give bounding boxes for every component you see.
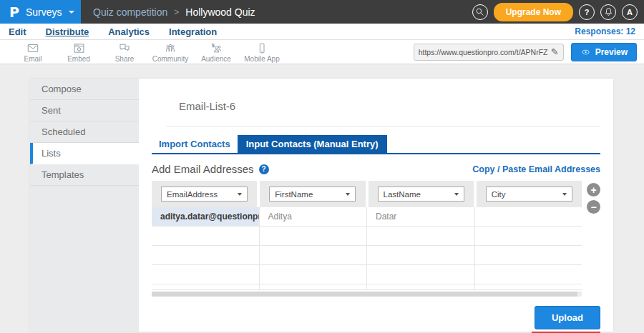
breadcrumb: Quiz competition > Hollywood Quiz	[93, 6, 255, 18]
upgrade-now-button[interactable]: Upgrade Now	[494, 3, 573, 21]
table-row	[152, 246, 582, 265]
cell-email[interactable]	[152, 246, 260, 264]
toolbar-item-audience[interactable]: $ Audience	[193, 41, 239, 63]
chevron-down-icon	[69, 11, 74, 14]
cell-lastname[interactable]: Datar	[367, 207, 475, 226]
table-row: aditya.datar@questionpro.com Aditya Data…	[152, 207, 582, 227]
edit-pencil-icon[interactable]: ✎	[551, 46, 559, 57]
surveys-menu[interactable]: P Surveys	[0, 0, 81, 24]
questionpro-logo: P	[9, 4, 19, 20]
cell-email[interactable]	[152, 265, 260, 284]
cell-city[interactable]	[475, 284, 582, 290]
cell-city[interactable]	[475, 207, 582, 226]
table-row	[152, 227, 582, 246]
cell-firstname[interactable]	[260, 227, 368, 245]
notifications-button[interactable]	[600, 4, 616, 20]
upload-row: Upload	[152, 306, 600, 333]
select-caret-icon	[238, 193, 242, 196]
cell-lastname[interactable]	[367, 227, 475, 245]
sidebar-item-scheduled[interactable]: Scheduled	[30, 121, 139, 143]
community-icon	[163, 41, 177, 55]
breadcrumb-current: Hollywood Quiz	[185, 6, 255, 18]
svg-text:$: $	[212, 42, 215, 49]
survey-url-value[interactable]: https://www.questionpro.com/t/APNrFZ	[419, 48, 548, 56]
sidebar-item-compose[interactable]: Compose	[30, 79, 139, 100]
toolbar-label: Mobile App	[244, 55, 279, 63]
cell-lastname[interactable]	[367, 284, 475, 290]
toolbar-label: Email	[24, 55, 42, 63]
sidebar-item-sent[interactable]: Sent	[30, 100, 139, 121]
column-select-value: EmailAddress	[167, 190, 218, 199]
embed-icon	[72, 41, 86, 55]
eye-icon	[580, 48, 591, 56]
select-caret-icon	[346, 193, 350, 196]
toolbar-item-email[interactable]: Email	[10, 41, 56, 63]
column-select-firstname[interactable]: FirstName	[269, 187, 356, 202]
add-email-header-row: Add Email Addresses ? Copy / Paste Email…	[152, 163, 600, 175]
surveys-menu-label: Surveys	[26, 6, 62, 18]
table-row	[152, 265, 582, 284]
column-select-value: FirstName	[275, 190, 313, 199]
nav-integration[interactable]: Integration	[169, 26, 217, 37]
bell-icon	[604, 7, 613, 16]
toolbar-right: https://www.questionpro.com/t/APNrFZ ✎ P…	[414, 43, 637, 61]
preview-label: Preview	[595, 47, 628, 57]
search-button[interactable]	[472, 4, 488, 20]
cell-firstname[interactable]	[260, 265, 368, 284]
scrollbar-thumb[interactable]	[152, 292, 577, 297]
header-cell: City	[477, 181, 582, 207]
help-circle-icon[interactable]: ?	[259, 164, 269, 174]
sidebar-item-label: Templates	[42, 169, 84, 180]
add-row-button[interactable]: +	[587, 183, 600, 197]
cell-city[interactable]	[475, 246, 582, 264]
cell-firstname[interactable]: Aditya	[260, 207, 368, 226]
distribute-toolbar: Email Embed Share Community $ Audience M…	[0, 40, 644, 64]
help-button[interactable]: ?	[579, 4, 595, 20]
survey-nav: Edit Distribute Analytics Integration Re…	[0, 24, 644, 40]
tab-import-contacts[interactable]: Import Contacts	[152, 135, 238, 153]
breadcrumb-separator: >	[174, 7, 179, 17]
copy-paste-email-link[interactable]: Copy / Paste Email Addresses	[472, 164, 600, 174]
select-caret-icon	[454, 193, 459, 196]
cell-email[interactable]	[152, 284, 260, 290]
nav-edit[interactable]: Edit	[9, 26, 26, 37]
toolbar-label: Community	[152, 55, 189, 63]
topbar-actions: Upgrade Now ? A	[472, 3, 644, 21]
account-avatar[interactable]: A	[622, 4, 638, 20]
sidebar-item-lists[interactable]: Lists	[30, 143, 139, 164]
column-select-lastname[interactable]: LastName	[378, 187, 464, 202]
cell-city[interactable]	[475, 265, 582, 284]
cell-lastname[interactable]	[367, 246, 475, 264]
list-content: Email-List-6 Import Contacts Input Conta…	[139, 79, 613, 332]
tab-input-contacts-manual-entry[interactable]: Input Contacts (Manual Entry)	[238, 135, 387, 153]
cell-email[interactable]	[152, 227, 260, 245]
cell-lastname[interactable]	[367, 265, 475, 284]
responses-count[interactable]: Responses: 12	[575, 26, 635, 36]
cell-city[interactable]	[475, 227, 582, 245]
column-select-value: LastName	[384, 190, 421, 199]
column-select-city[interactable]: City	[486, 187, 572, 202]
upload-button[interactable]: Upload	[535, 306, 600, 329]
plus-icon: +	[590, 185, 596, 195]
toolbar-item-share[interactable]: Share	[102, 41, 147, 63]
toolbar-item-embed[interactable]: Embed	[56, 41, 102, 63]
cell-firstname[interactable]	[260, 246, 368, 264]
toolbar-label: Audience	[201, 55, 231, 63]
horizontal-scrollbar[interactable]	[152, 292, 582, 297]
nav-distribute[interactable]: Distribute	[46, 26, 89, 37]
cell-email[interactable]: aditya.datar@questionpro.com	[152, 207, 260, 226]
preview-button[interactable]: Preview	[571, 43, 637, 61]
cell-firstname[interactable]	[260, 284, 368, 290]
add-email-addresses-title: Add Email Addresses	[152, 163, 254, 175]
breadcrumb-parent[interactable]: Quiz competition	[93, 6, 167, 18]
select-caret-icon	[562, 193, 567, 196]
nav-analytics[interactable]: Analytics	[108, 26, 150, 37]
toolbar-item-mobile-app[interactable]: Mobile App	[239, 41, 285, 63]
survey-url-field[interactable]: https://www.questionpro.com/t/APNrFZ ✎	[414, 44, 564, 61]
remove-row-button[interactable]: −	[587, 200, 600, 214]
contacts-tabs: Import Contacts Input Contacts (Manual E…	[152, 135, 600, 154]
column-select-emailaddress[interactable]: EmailAddress	[161, 187, 248, 202]
toolbar-item-community[interactable]: Community	[147, 41, 193, 63]
audience-icon: $	[209, 41, 223, 55]
sidebar-item-templates[interactable]: Templates	[30, 164, 139, 186]
